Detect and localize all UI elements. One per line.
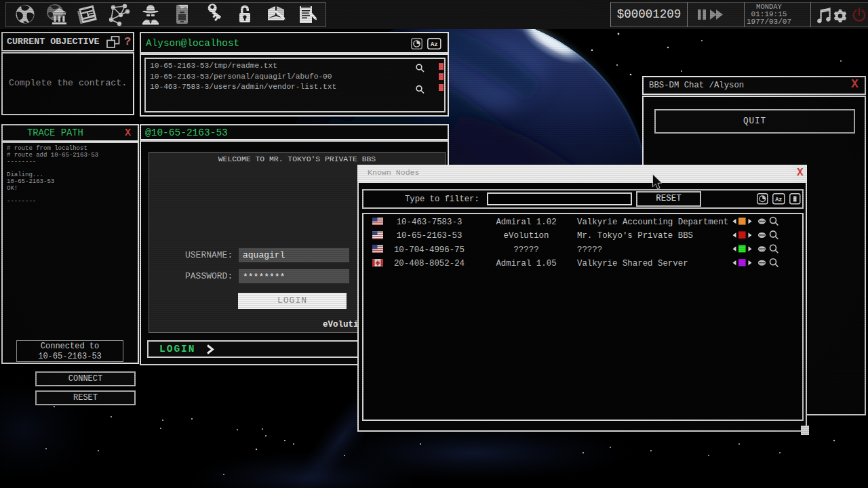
svg-text:20-408-8052-24: 20-408-8052-24 xyxy=(394,259,465,268)
svg-text:10-65-2163-53: 10-65-2163-53 xyxy=(397,231,462,241)
svg-text:Az: Az xyxy=(775,197,782,203)
svg-text:Mr. Tokyo's Private BBS: Mr. Tokyo's Private BBS xyxy=(577,231,693,241)
svg-text:Valkyrie Accounting Department: Valkyrie Accounting Department xyxy=(577,218,728,227)
svg-text:eVolution: eVolution xyxy=(504,231,549,241)
svg-text:Admiral 1.05: Admiral 1.05 xyxy=(496,259,556,268)
svg-text:10-463-7583-3: 10-463-7583-3 xyxy=(397,218,462,227)
svg-text:?????: ????? xyxy=(577,245,602,255)
svg-text:?????: ????? xyxy=(513,245,538,255)
svg-text:Az: Az xyxy=(431,41,438,48)
svg-text:Valkyrie Shared Server: Valkyrie Shared Server xyxy=(577,259,688,268)
svg-text:10-704-4996-75: 10-704-4996-75 xyxy=(394,245,465,255)
svg-text:Admiral 1.02: Admiral 1.02 xyxy=(496,218,556,227)
